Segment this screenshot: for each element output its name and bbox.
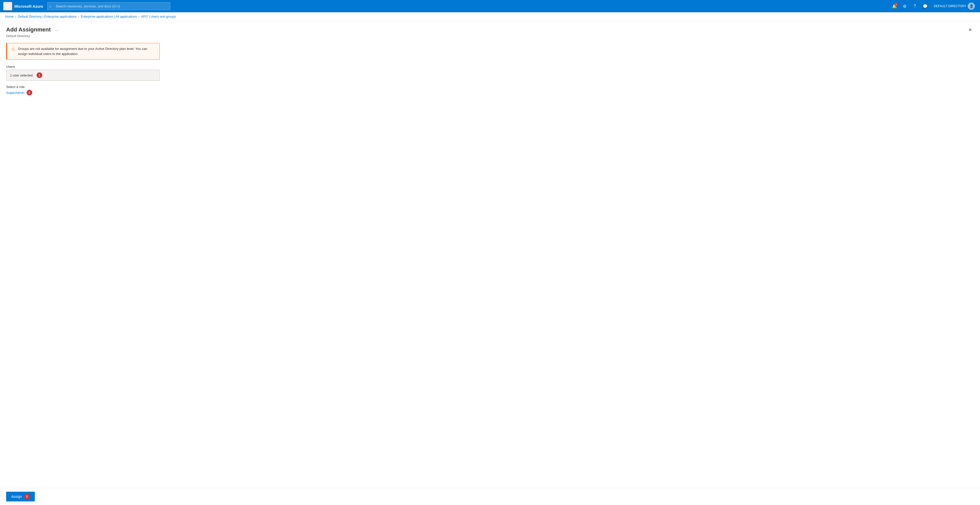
breadcrumb-all-applications[interactable]: Enterprise applications | All applicatio… xyxy=(81,15,137,18)
users-label: Users xyxy=(6,65,974,68)
page-header: Add Assignment ... ✕ xyxy=(6,26,974,33)
notification-badge: 1 xyxy=(894,3,898,6)
page-title: Add Assignment xyxy=(6,26,51,33)
role-value: SuperAdmin xyxy=(6,91,25,95)
search-icon: ⌕ xyxy=(49,4,51,8)
assign-step-badge: 3 xyxy=(24,494,30,499)
warning-box: ⚠ Groups are not available for assignmen… xyxy=(6,43,160,60)
page-subtitle: Default Directory xyxy=(6,34,974,38)
hamburger-icon: ☰ xyxy=(6,3,10,9)
assign-label: Assign xyxy=(11,494,22,499)
help-button[interactable]: ? xyxy=(910,2,920,11)
topbar-icon-group: 🔔 1 ⚙ ? 💬 xyxy=(890,2,930,11)
feedback-icon: 💬 xyxy=(923,4,928,9)
feedback-button[interactable]: 💬 xyxy=(921,2,930,11)
close-button[interactable]: ✕ xyxy=(966,26,974,33)
breadcrumb-sep-2: › xyxy=(78,15,79,18)
breadcrumb-sep-3: › xyxy=(138,15,140,18)
search-container: ⌕ xyxy=(47,2,170,10)
avatar: 👤 xyxy=(968,3,975,10)
users-field[interactable]: 1 user selected. 1 xyxy=(6,70,160,81)
role-section: Select a role SuperAdmin 2 xyxy=(6,85,974,97)
breadcrumb-sep-1: › xyxy=(15,15,16,18)
settings-button[interactable]: ⚙ xyxy=(900,2,909,11)
notifications-button[interactable]: 🔔 1 xyxy=(890,2,899,11)
breadcrumb-users-groups[interactable]: API7 | Users and groups xyxy=(141,15,176,18)
role-label: Select a role xyxy=(6,85,974,89)
role-field[interactable]: SuperAdmin 2 xyxy=(6,90,160,95)
breadcrumb-enterprise-apps[interactable]: Default Directory | Enterprise applicati… xyxy=(18,15,77,18)
topbar: ☰ Microsoft Azure ⌕ 🔔 1 ⚙ ? 💬 DEFAULT DI… xyxy=(0,0,980,12)
role-step-badge: 2 xyxy=(27,90,32,95)
username-label: DEFAULT DIRECTORY xyxy=(934,4,966,8)
breadcrumb-home[interactable]: Home xyxy=(5,15,14,18)
users-selected-text: 1 user selected. xyxy=(10,73,33,77)
page-content: Add Assignment ... ✕ Default Directory ⚠… xyxy=(0,21,980,505)
user-profile[interactable]: DEFAULT DIRECTORY 👤 xyxy=(932,2,977,11)
breadcrumb: Home › Default Directory | Enterprise ap… xyxy=(0,12,980,21)
hamburger-menu-button[interactable]: ☰ xyxy=(3,2,12,11)
main-wrapper: Home › Default Directory | Enterprise ap… xyxy=(0,12,980,505)
search-input[interactable] xyxy=(47,2,170,10)
bottom-bar: Assign 3 xyxy=(0,488,980,505)
warning-icon: ⚠ xyxy=(11,46,15,51)
app-logo: Microsoft Azure xyxy=(14,4,43,8)
help-icon: ? xyxy=(914,4,916,8)
assign-button[interactable]: Assign 3 xyxy=(6,492,35,502)
page-title-group: Add Assignment ... xyxy=(6,26,60,33)
settings-icon: ⚙ xyxy=(903,4,907,9)
users-step-badge: 1 xyxy=(37,72,42,78)
more-options-button[interactable]: ... xyxy=(53,26,60,33)
warning-text: Groups are not available for assignment … xyxy=(18,46,155,56)
